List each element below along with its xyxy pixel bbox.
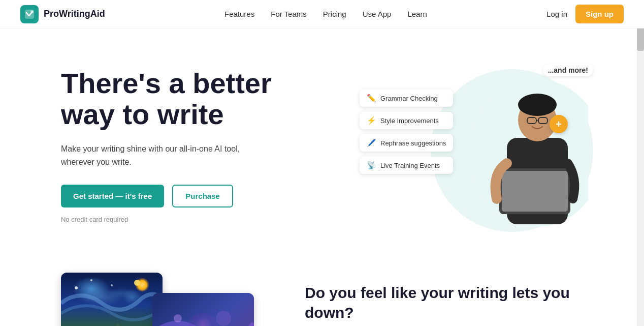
svg-point-23: [174, 314, 182, 322]
style-icon: ⚡: [367, 116, 376, 125]
logo-text: ProWritingAid: [44, 9, 105, 19]
person-illustration: [446, 62, 588, 229]
hero-left: There's a better way to write Make your …: [61, 68, 274, 223]
second-right-text: Do you feel like your writing lets you d…: [305, 273, 603, 326]
hero-section: There's a better way to write Make your …: [0, 28, 644, 262]
no-credit-card-text: No credit card required: [61, 216, 274, 223]
header-actions: Log in Sign up: [546, 5, 624, 23]
svg-point-15: [111, 284, 113, 286]
svg-point-7: [518, 94, 557, 116]
logo-icon: [20, 5, 39, 23]
rephrase-icon: 🖊️: [367, 138, 376, 147]
pill-grammar: ✏️ Grammar Checking: [360, 90, 453, 107]
svg-point-13: [75, 286, 78, 289]
pill-training: 📡 Live Training Events: [360, 157, 453, 174]
nav-for-teams[interactable]: For Teams: [271, 10, 307, 18]
plus-badge: +: [550, 115, 568, 133]
signup-button[interactable]: Sign up: [575, 5, 624, 23]
nav-pricing[interactable]: Pricing: [323, 10, 346, 18]
nav-use-app[interactable]: Use App: [363, 10, 392, 18]
painting-card-1: [61, 273, 163, 326]
second-section: My idea in my head Do you feel like your…: [0, 262, 644, 326]
hero-buttons: Get started — it's free Purchase: [61, 185, 274, 208]
get-started-button[interactable]: Get started — it's free: [61, 185, 164, 208]
svg-point-14: [90, 279, 92, 281]
scrollbar-track[interactable]: [637, 0, 644, 326]
pill-style: ⚡ Style Improvements: [360, 112, 453, 129]
logo-area[interactable]: ProWritingAid: [20, 5, 105, 23]
svg-point-22: [216, 311, 231, 326]
second-section-title: Do you feel like your writing lets you d…: [305, 283, 603, 322]
svg-point-1: [30, 10, 34, 13]
grammar-icon: ✏️: [367, 94, 376, 103]
svg-point-21: [188, 313, 218, 326]
feature-pills-container: ✏️ Grammar Checking ⚡ Style Improvements…: [360, 90, 453, 174]
painting-2-svg: [152, 293, 254, 326]
svg-point-12: [137, 280, 147, 290]
purchase-button[interactable]: Purchase: [172, 185, 233, 208]
pill-rephrase: 🖊️ Rephrase suggestions: [360, 134, 453, 152]
training-icon: 📡: [367, 161, 376, 170]
login-button[interactable]: Log in: [546, 10, 567, 18]
hero-subtitle: Make your writing shine with our all-in-…: [61, 142, 274, 168]
hero-title: There's a better way to write: [61, 68, 274, 130]
main-header: ProWritingAid Features For Teams Pricing…: [0, 0, 644, 28]
starry-night-svg: [61, 273, 163, 326]
hero-illustration: ...and more! + ✏️ Grammar Checking ⚡ Sty…: [360, 59, 603, 232]
nav-features[interactable]: Features: [224, 10, 254, 18]
main-nav: Features For Teams Pricing Use App Learn: [224, 10, 427, 18]
second-left-images: My idea in my head: [61, 273, 274, 326]
starry-night-bg: [61, 273, 163, 326]
nav-learn[interactable]: Learn: [407, 10, 427, 18]
painting-card-2: [152, 293, 254, 326]
svg-rect-5: [502, 171, 568, 212]
svg-marker-20: [112, 323, 124, 326]
